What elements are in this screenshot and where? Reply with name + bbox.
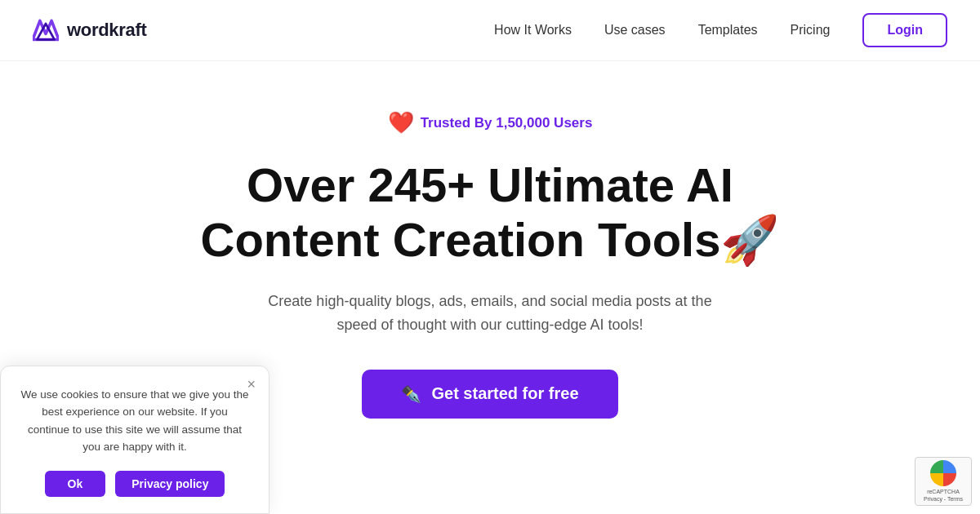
- logo-text: wordkraft: [67, 20, 147, 41]
- nav-how-it-works[interactable]: How It Works: [494, 23, 572, 38]
- nav-templates[interactable]: Templates: [698, 23, 758, 38]
- cookie-message: We use cookies to ensure that we give yo…: [20, 386, 249, 456]
- nav-pricing[interactable]: Pricing: [791, 23, 831, 38]
- trusted-text: Trusted By 1,50,000 Users: [421, 115, 593, 131]
- cookie-ok-button[interactable]: Ok: [45, 471, 106, 497]
- recaptcha-logo-icon: [930, 460, 956, 486]
- recaptcha-text: reCAPTCHA Privacy - Terms: [924, 488, 963, 503]
- wordkraft-logo-icon: [33, 19, 59, 42]
- logo[interactable]: wordkraft: [33, 19, 147, 42]
- cta-label: Get started for free: [431, 384, 578, 403]
- cookie-banner: × We use cookies to ensure that we give …: [0, 366, 270, 514]
- heart-icon: ❤️: [388, 110, 414, 135]
- cookie-privacy-policy-button[interactable]: Privacy policy: [115, 471, 225, 497]
- trusted-badge: ❤️ Trusted By 1,50,000 Users: [388, 110, 593, 135]
- hero-title: Over 245+ Ultimate AI Content Creation T…: [180, 158, 800, 267]
- cta-icon: ✒️: [401, 384, 421, 404]
- nav-use-cases[interactable]: Use cases: [604, 23, 666, 38]
- cookie-buttons: Ok Privacy policy: [20, 471, 249, 497]
- cookie-close-button[interactable]: ×: [247, 376, 256, 393]
- hero-subtitle: Create high-quality blogs, ads, emails, …: [261, 290, 719, 337]
- nav-links: How It Works Use cases Templates Pricing…: [494, 13, 947, 47]
- login-button[interactable]: Login: [862, 13, 947, 47]
- navbar: wordkraft How It Works Use cases Templat…: [0, 0, 980, 61]
- recaptcha-badge: reCAPTCHA Privacy - Terms: [915, 457, 972, 506]
- cta-get-started-button[interactable]: ✒️ Get started for free: [362, 370, 617, 419]
